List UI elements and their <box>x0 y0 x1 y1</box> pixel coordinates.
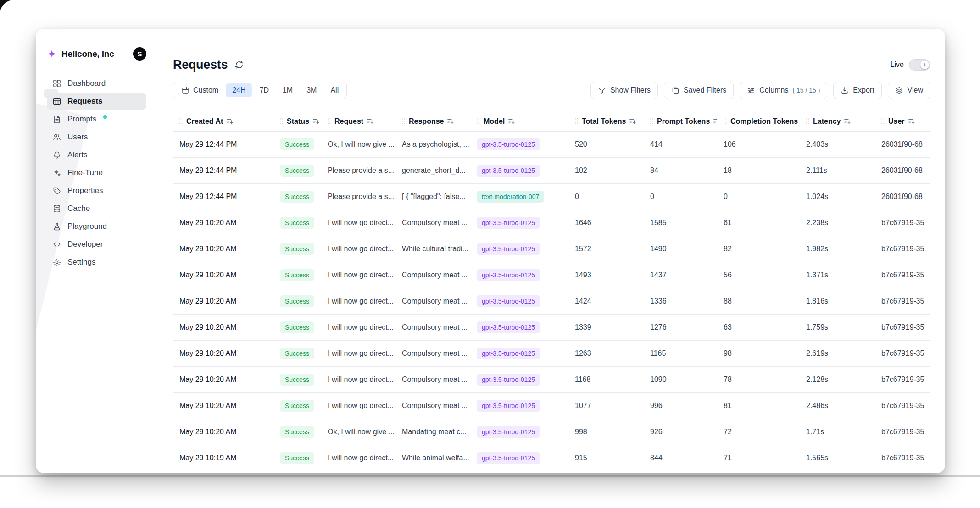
refresh-button[interactable] <box>234 60 244 70</box>
column-header-total_tokens[interactable]: Total Tokens <box>568 117 644 126</box>
table-row[interactable]: May 29 10:20 AMSuccessI will now go dire… <box>173 262 930 288</box>
table-row[interactable]: May 29 10:20 AMSuccessI will now go dire… <box>173 236 930 262</box>
cell-model: gpt-3.5-turbo-0125 <box>470 426 568 438</box>
playground-icon <box>52 222 61 231</box>
column-header-request[interactable]: Request <box>321 117 395 126</box>
drag-handle-icon[interactable] <box>723 118 727 125</box>
show-filters-button[interactable]: Show Filters <box>590 82 658 99</box>
drag-handle-icon[interactable] <box>805 118 810 125</box>
sort-icon[interactable] <box>844 118 851 125</box>
sidebar-item-properties[interactable]: Properties <box>47 182 146 199</box>
drag-handle-icon[interactable] <box>279 118 284 125</box>
cell-model: gpt-3.5-turbo-0125 <box>470 269 568 281</box>
cell-request: Please provide a s... <box>321 166 395 175</box>
range-3m-button[interactable]: 3M <box>300 83 323 97</box>
column-header-completion_tokens[interactable]: Completion Tokens <box>717 117 800 126</box>
cell-status: Success <box>273 217 321 229</box>
download-icon <box>841 86 849 94</box>
adjustments-icon <box>747 86 755 94</box>
column-header-prompt_tokens[interactable]: Prompt Tokens <box>644 117 717 126</box>
sidebar-item-alerts[interactable]: Alerts <box>47 147 146 163</box>
column-header-response[interactable]: Response <box>395 117 470 126</box>
drag-handle-icon[interactable] <box>649 118 654 125</box>
column-header-label: Response <box>409 117 444 126</box>
cell-prompt_tokens: 1336 <box>644 297 717 305</box>
drag-handle-icon[interactable] <box>327 118 331 125</box>
column-header-user[interactable]: User <box>875 117 930 126</box>
cell-latency: 1.71s <box>800 428 875 436</box>
cell-prompt_tokens: 1437 <box>644 271 717 279</box>
drag-handle-icon[interactable] <box>178 118 183 125</box>
sidebar-item-users[interactable]: Users <box>47 129 146 145</box>
sort-icon[interactable] <box>713 118 717 125</box>
column-header-status[interactable]: Status <box>273 117 321 126</box>
sort-icon[interactable] <box>447 118 454 125</box>
sidebar-item-settings[interactable]: Settings <box>47 254 146 271</box>
column-header-latency[interactable]: Latency <box>800 117 875 126</box>
sidebar-item-developer[interactable]: Developer <box>47 236 146 253</box>
drag-handle-icon[interactable] <box>401 118 406 125</box>
cell-prompt_tokens: 1165 <box>644 349 717 358</box>
saved-filters-button[interactable]: Saved Filters <box>664 82 734 99</box>
table-row[interactable]: May 29 12:44 PMSuccessPlease provide a s… <box>173 184 930 210</box>
cell-request: I will now go direct... <box>321 271 395 279</box>
sidebar-item-dashboard[interactable]: Dashboard <box>47 75 146 92</box>
cell-response: Mandating meat c... <box>395 428 470 436</box>
sort-icon[interactable] <box>908 118 915 125</box>
sidebar-item-playground[interactable]: Playground <box>47 218 146 235</box>
cell-prompt_tokens: 1490 <box>644 245 717 253</box>
columns-button[interactable]: Columns ( 15 / 15 ) <box>740 82 827 99</box>
sort-icon[interactable] <box>312 118 319 125</box>
drag-handle-icon[interactable] <box>574 118 579 125</box>
table-row[interactable]: May 29 12:44 PMSuccessOk, I will now giv… <box>173 132 930 158</box>
requests-icon <box>52 97 61 106</box>
table-row[interactable]: May 29 10:20 AMSuccessI will now go dire… <box>173 341 930 367</box>
custom-range-button[interactable]: Custom <box>175 83 225 97</box>
sidebar-item-label: Settings <box>67 258 95 267</box>
cell-prompt_tokens: 926 <box>644 428 717 436</box>
table-row[interactable]: May 29 10:20 AMSuccessI will now go dire… <box>173 393 930 419</box>
drag-handle-icon[interactable] <box>476 118 480 125</box>
cell-latency: 2.128s <box>800 375 875 384</box>
table-row[interactable]: May 29 10:20 AMSuccessI will now go dire… <box>173 210 930 236</box>
column-header-label: Latency <box>813 117 841 126</box>
cell-completion_tokens: 78 <box>717 375 800 384</box>
table-row[interactable]: May 29 10:20 AMSuccessI will now go dire… <box>173 367 930 393</box>
sidebar-item-requests[interactable]: Requests <box>47 93 146 110</box>
cell-created_at: May 29 12:44 PM <box>173 166 273 175</box>
live-toggle[interactable] <box>909 59 930 71</box>
table-row[interactable]: May 29 10:20 AMSuccessOk, I will now giv… <box>173 419 930 445</box>
sidebar-item-label: Prompts <box>67 115 96 124</box>
column-header-model[interactable]: Model <box>470 117 568 126</box>
cell-response: Compulsory meat ... <box>395 375 470 384</box>
view-button[interactable]: View <box>888 82 930 99</box>
cell-completion_tokens: 71 <box>717 454 800 462</box>
avatar[interactable]: S <box>133 47 146 61</box>
range-7d-button[interactable]: 7D <box>253 83 275 97</box>
table-row[interactable]: May 29 10:20 AMSuccessI will now go dire… <box>173 288 930 315</box>
cell-prompt_tokens: 844 <box>644 454 717 462</box>
column-header-label: Request <box>334 117 363 126</box>
sidebar-item-fine-tune[interactable]: Fine-Tune <box>47 165 146 181</box>
sidebar-item-prompts[interactable]: Prompts <box>47 111 146 127</box>
range-24h-button[interactable]: 24H <box>226 83 252 97</box>
app-window: Helicone, Inc S Dashboard Requests Promp… <box>36 29 945 473</box>
table-row[interactable]: May 29 10:19 AMSuccessI will now go dire… <box>173 445 930 471</box>
org-switcher[interactable]: Helicone, Inc S <box>47 47 146 61</box>
table-row[interactable]: May 29 10:20 AMSuccessI will now go dire… <box>173 315 930 341</box>
cell-model: gpt-3.5-turbo-0125 <box>470 400 568 412</box>
sidebar-item-cache[interactable]: Cache <box>47 200 146 217</box>
sort-icon[interactable] <box>629 118 636 125</box>
background-window-edge <box>0 475 980 477</box>
table-row[interactable]: May 29 12:44 PMSuccessPlease provide a s… <box>173 158 930 184</box>
sort-icon[interactable] <box>226 118 233 125</box>
sort-icon[interactable] <box>367 118 373 125</box>
sort-icon[interactable] <box>508 118 515 125</box>
range-1m-button[interactable]: 1M <box>276 83 299 97</box>
export-button[interactable]: Export <box>833 82 881 99</box>
column-header-created_at[interactable]: Created At <box>173 117 273 126</box>
cell-response: While cultural tradi... <box>395 245 470 253</box>
drag-handle-icon[interactable] <box>880 118 885 125</box>
range-all-button[interactable]: All <box>324 83 345 97</box>
cell-prompt_tokens: 0 <box>644 193 717 201</box>
